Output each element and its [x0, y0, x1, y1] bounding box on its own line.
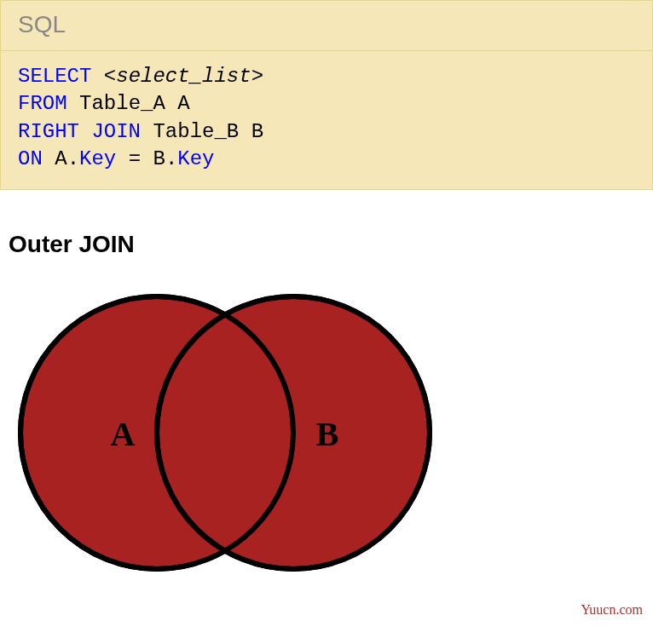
table-a: Table_A A: [79, 92, 190, 115]
select-placeholder: <select_list>: [104, 65, 263, 88]
dot-1: .: [67, 147, 79, 170]
key-1: Key: [79, 147, 116, 170]
kw-on: ON: [18, 147, 43, 170]
venn-diagram-container: A B Yuucn.com: [0, 267, 653, 624]
watermark: Yuucn.com: [581, 602, 643, 618]
kw-from: FROM: [18, 92, 67, 115]
b-ref: B: [153, 147, 165, 170]
code-body: SELECT <select_list> FROM Table_A A RIGH…: [1, 51, 652, 189]
table-b: Table_B B: [153, 120, 263, 143]
a-ref: A: [55, 147, 66, 170]
code-language-label: SQL: [1, 1, 652, 51]
outer-join-heading: Outer JOIN: [9, 231, 653, 258]
venn-label-a: A: [111, 415, 136, 453]
dot-2: .: [165, 147, 177, 170]
venn-label-b: B: [316, 415, 339, 453]
key-2: Key: [177, 147, 214, 170]
sql-code-block: SQL SELECT <select_list> FROM Table_A A …: [0, 0, 653, 190]
eq-op: =: [116, 147, 153, 170]
venn-diagram: A B: [12, 267, 438, 607]
kw-select: SELECT: [18, 65, 91, 88]
kw-right-join: RIGHT JOIN: [18, 120, 141, 143]
